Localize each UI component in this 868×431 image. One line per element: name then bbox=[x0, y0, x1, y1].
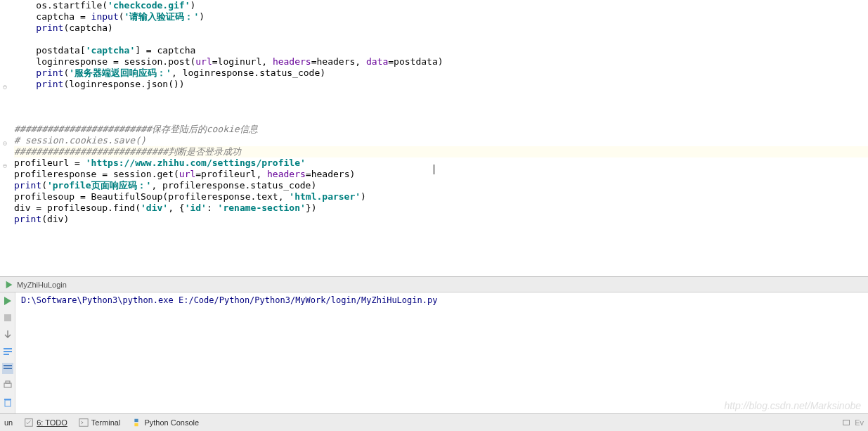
code-line[interactable]: print('profile页面响应码：', profileresponse.s… bbox=[14, 180, 868, 191]
run-tab-header[interactable]: MyZhiHuLogin bbox=[0, 277, 868, 292]
svg-rect-13 bbox=[79, 419, 88, 427]
code-line[interactable]: loginresponse = session.post(url=loginur… bbox=[14, 56, 868, 67]
svg-marker-1 bbox=[4, 297, 11, 305]
run-toolwindow-button[interactable]: un bbox=[4, 418, 13, 427]
code-line[interactable] bbox=[14, 101, 868, 112]
code-line[interactable] bbox=[14, 34, 868, 45]
text-cursor bbox=[434, 165, 434, 174]
trash-button[interactable] bbox=[2, 397, 13, 408]
code-line[interactable]: postdata['captcha'] = captcha bbox=[14, 45, 868, 56]
svg-rect-9 bbox=[6, 381, 10, 383]
code-line[interactable]: captcha = input('请输入验证码：') bbox=[14, 11, 868, 22]
fold-marker[interactable]: ⊖ bbox=[3, 138, 7, 149]
wrap-button[interactable] bbox=[2, 346, 13, 357]
toggle-softwrap-button[interactable] bbox=[2, 363, 13, 374]
run-icon bbox=[4, 280, 14, 290]
code-line[interactable]: profileresponse = session.get(url=profil… bbox=[14, 169, 868, 180]
stop-button[interactable] bbox=[2, 312, 13, 323]
code-line[interactable]: # session.cookies.save() bbox=[14, 135, 868, 146]
code-line[interactable]: profileurl = 'https://www.zhihu.com/sett… bbox=[14, 157, 868, 169]
fold-marker[interactable]: ⊖ bbox=[3, 160, 7, 172]
code-line[interactable]: profilesoup = BeautifulSoup(profilerespo… bbox=[14, 191, 868, 202]
svg-rect-6 bbox=[4, 365, 12, 366]
status-bar: un 6: TODO Terminal Python Console Ev bbox=[0, 413, 868, 431]
svg-rect-7 bbox=[4, 368, 12, 369]
svg-rect-10 bbox=[5, 400, 11, 406]
event-label: Ev bbox=[855, 418, 864, 427]
event-log-button[interactable]: Ev bbox=[842, 418, 864, 427]
code-line[interactable]: print(captcha) bbox=[14, 22, 868, 34]
svg-rect-8 bbox=[4, 383, 11, 387]
rerun-button[interactable] bbox=[2, 295, 13, 307]
code-line[interactable]: ############################判断是否登录成功 bbox=[14, 146, 868, 157]
svg-rect-5 bbox=[4, 354, 9, 355]
print-button[interactable] bbox=[2, 380, 13, 391]
code-line[interactable]: div = profilesoup.find('div', {'id': 're… bbox=[14, 202, 868, 214]
event-icon bbox=[842, 418, 852, 427]
svg-rect-4 bbox=[4, 351, 12, 352]
svg-rect-14 bbox=[843, 420, 850, 425]
todo-label: 6: TODO bbox=[37, 418, 67, 427]
svg-rect-11 bbox=[4, 399, 11, 400]
run-tab-title: MyZhiHuLogin bbox=[17, 281, 67, 289]
run-label: un bbox=[4, 418, 13, 427]
output-line: D:\Software\Python3\python.exe E:/Code/P… bbox=[21, 295, 862, 305]
todo-icon bbox=[24, 418, 34, 427]
fold-marker[interactable]: ⊖ bbox=[3, 82, 7, 93]
python-console-label: Python Console bbox=[144, 418, 199, 427]
code-line[interactable]: print(loginresponse.json()) bbox=[14, 79, 868, 90]
code-line[interactable]: os.startfile('checkcode.gif') bbox=[14, 0, 868, 11]
code-line[interactable]: print(div) bbox=[14, 214, 868, 225]
terminal-icon bbox=[79, 418, 89, 427]
code-line[interactable]: #########################保存登陆后的cookie信息 bbox=[14, 124, 868, 135]
code-line[interactable] bbox=[14, 90, 868, 101]
terminal-toolwindow-button[interactable]: Terminal bbox=[79, 418, 121, 427]
svg-rect-2 bbox=[4, 314, 11, 321]
run-toolbar bbox=[0, 292, 15, 413]
python-console-toolwindow-button[interactable]: Python Console bbox=[131, 418, 199, 427]
terminal-label: Terminal bbox=[91, 418, 121, 427]
svg-rect-3 bbox=[4, 348, 12, 349]
code-line[interactable]: print('服务器端返回响应码：', loginresponse.status… bbox=[14, 67, 868, 79]
code-line[interactable] bbox=[14, 112, 868, 124]
todo-toolwindow-button[interactable]: 6: TODO bbox=[24, 418, 67, 427]
run-output[interactable]: D:\Software\Python3\python.exe E:/Code/P… bbox=[15, 292, 868, 413]
down-button[interactable] bbox=[2, 329, 13, 340]
python-icon bbox=[131, 418, 141, 427]
code-editor[interactable]: os.startfile('checkcode.gif') captcha = … bbox=[0, 0, 868, 276]
run-tool-window: MyZhiHuLogin D:\Software\Python3\python.… bbox=[0, 276, 868, 413]
svg-marker-0 bbox=[6, 281, 13, 288]
